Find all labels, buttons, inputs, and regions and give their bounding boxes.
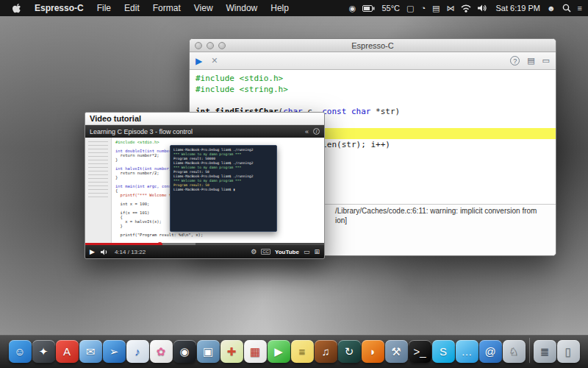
- spotlight-icon[interactable]: [562, 4, 571, 13]
- dock-item-time-machine[interactable]: ↻: [338, 340, 361, 363]
- code-line: #include <string.h>: [190, 84, 556, 95]
- dock-item-firefox[interactable]: ◗: [362, 340, 384, 363]
- code-line: [190, 95, 556, 106]
- editor-toolbar: ▶ ✕ ? ▤ ▭: [190, 52, 556, 70]
- display-icon[interactable]: ▢: [406, 4, 414, 13]
- dock-item-app-store[interactable]: A: [56, 340, 79, 363]
- fullscreen-icon[interactable]: ⊞: [314, 248, 320, 255]
- dock-item-terminal[interactable]: >_: [409, 340, 431, 363]
- menu-bar-status: ◉ 55°C ▢ ◔ ▤ ⋈ Sat 6:19 PM ☻ ≡: [349, 4, 588, 13]
- dock-item-calendar[interactable]: ▦: [244, 340, 267, 363]
- menu-bar: Espresso-C FileEditFormatViewWindowHelp …: [0, 0, 588, 16]
- editor-titlebar[interactable]: Espresso-C: [190, 39, 556, 52]
- menu-items: FileEditFormatViewWindowHelp: [90, 0, 295, 16]
- dock-item-itunes[interactable]: ♪: [126, 340, 149, 363]
- user-icon[interactable]: ☻: [547, 4, 556, 13]
- bluetooth-icon[interactable]: ⋈: [446, 4, 454, 13]
- menu-edit[interactable]: Edit: [118, 3, 146, 13]
- dock: ☺✦A✉➢♪✿◉▣✚▦▶≡♫↻◗⚒>_S…@♘≣▯: [0, 335, 588, 368]
- menu-file[interactable]: File: [90, 3, 118, 13]
- menu-help[interactable]: Help: [264, 3, 295, 13]
- status-dot-icon[interactable]: ◉: [349, 4, 356, 13]
- code-line: #include <stdio.h>: [190, 73, 556, 84]
- youtube-player: Learning C Episode 3 - flow control « i …: [85, 125, 324, 258]
- video-title: Learning C Episode 3 - flow control: [90, 128, 193, 135]
- menu-format[interactable]: Format: [146, 3, 187, 13]
- compiler-warning-text: /Library/Caches/code.c:6:11: warning: im…: [335, 207, 537, 215]
- dock-item-camera[interactable]: ◉: [173, 340, 196, 363]
- dock-item-mail[interactable]: ✉: [79, 340, 102, 363]
- video-window-titlebar[interactable]: Video tutorial: [85, 113, 324, 125]
- cpu-temperature[interactable]: 55°C: [381, 4, 400, 13]
- youtube-logo: YouTube: [275, 249, 299, 255]
- play-button[interactable]: ▶: [90, 248, 95, 255]
- dock-item-messages[interactable]: …: [456, 340, 478, 363]
- video-title-bar: Learning C Episode 3 - flow control « i: [85, 125, 324, 138]
- dock-item-garageband[interactable]: ♫: [315, 340, 337, 363]
- volume-icon[interactable]: [478, 4, 487, 12]
- theater-mode-icon[interactable]: ▭: [304, 248, 310, 255]
- xcode-code-line: printf("Program result: %d\n", x);: [115, 233, 324, 237]
- dock-item-trash[interactable]: ▯: [557, 340, 580, 363]
- editor-window-title: Espresso-C: [351, 41, 393, 50]
- compiler-warning-text-continued: ion]: [335, 216, 347, 224]
- video-time-display: 4:14 / 13:22: [115, 249, 146, 255]
- dock-item-facetime[interactable]: ▶: [268, 340, 290, 363]
- volume-button[interactable]: [101, 249, 109, 255]
- minimize-button[interactable]: [207, 42, 214, 49]
- xcode-file-list: [88, 141, 108, 200]
- dock-items: ☺✦A✉➢♪✿◉▣✚▦▶≡♫↻◗⚒>_S…@♘≣▯: [7, 335, 581, 368]
- dock-item-mail-client[interactable]: @: [479, 340, 502, 363]
- video-controls-right: ⚙ CC YouTube ▭ ⊞: [251, 248, 320, 255]
- menu-window[interactable]: Window: [220, 3, 265, 13]
- dock-item-photos[interactable]: ✿: [150, 340, 173, 363]
- time-machine-icon[interactable]: ◔: [420, 4, 426, 13]
- video-topbar-icons: « i: [305, 128, 320, 135]
- xcode-navigator-panel: [85, 138, 112, 243]
- apple-logo-icon: [12, 3, 21, 13]
- panel-toggle-icon[interactable]: ▤: [527, 56, 534, 66]
- wifi-icon[interactable]: [461, 4, 471, 13]
- video-tutorial-window: Video tutorial Learning C Episode 3 - fl…: [85, 112, 325, 259]
- dock-item-xcode[interactable]: ⚒: [385, 340, 408, 363]
- dock-item-preview[interactable]: ▣: [197, 340, 220, 363]
- terminal-line: Liams-MacBook-Pro:Debug liam$ ▮: [173, 188, 273, 192]
- stop-button[interactable]: ✕: [211, 56, 218, 66]
- close-button[interactable]: [195, 42, 202, 49]
- menu-view[interactable]: View: [187, 3, 220, 13]
- app-menu-title[interactable]: Espresso-C: [28, 3, 90, 13]
- terminal-output-popup: Liams-MacBook-Pro:Debug liam$ ./running2…: [170, 145, 277, 232]
- dock-item-launchpad[interactable]: ✦: [32, 340, 55, 363]
- dock-item-finder[interactable]: ☺: [9, 340, 32, 363]
- share-icon[interactable]: «: [305, 128, 309, 135]
- video-controls: ▶ 4:14 / 13:22 ⚙ CC YouTube ▭ ⊞: [85, 245, 324, 258]
- dock-item-skype[interactable]: S: [432, 340, 455, 363]
- dock-item-safari[interactable]: ➢: [103, 340, 126, 363]
- closed-captions-button[interactable]: CC: [261, 249, 270, 255]
- notification-center-icon[interactable]: ≡: [578, 4, 582, 13]
- video-frame[interactable]: #include <stdio.h> int doubleIt(int numb…: [85, 138, 324, 243]
- keyboard-icon[interactable]: ▤: [432, 4, 440, 13]
- dock-item-documents-stack[interactable]: ≣: [534, 340, 556, 363]
- run-button[interactable]: ▶: [196, 56, 202, 66]
- battery-icon[interactable]: [362, 5, 375, 12]
- dock-item-maps[interactable]: ✚: [220, 340, 243, 363]
- info-icon[interactable]: i: [313, 128, 320, 135]
- video-window-title: Video tutorial: [90, 114, 141, 123]
- layout-toggle-icon[interactable]: ▭: [542, 56, 550, 66]
- dock-item-notes[interactable]: ≡: [291, 340, 314, 363]
- apple-menu-icon[interactable]: [6, 3, 28, 13]
- window-controls: [195, 42, 226, 49]
- menu-clock[interactable]: Sat 6:19 PM: [495, 4, 540, 13]
- dock-item-chess[interactable]: ♘: [503, 340, 526, 363]
- dock-divider: [529, 338, 530, 363]
- settings-gear-icon[interactable]: ⚙: [251, 248, 257, 255]
- editor-toolbar-right: ? ▤ ▭: [510, 56, 550, 66]
- help-button[interactable]: ?: [510, 56, 520, 66]
- menu-bar-left: Espresso-C FileEditFormatViewWindowHelp: [0, 0, 295, 16]
- zoom-button[interactable]: [218, 42, 226, 49]
